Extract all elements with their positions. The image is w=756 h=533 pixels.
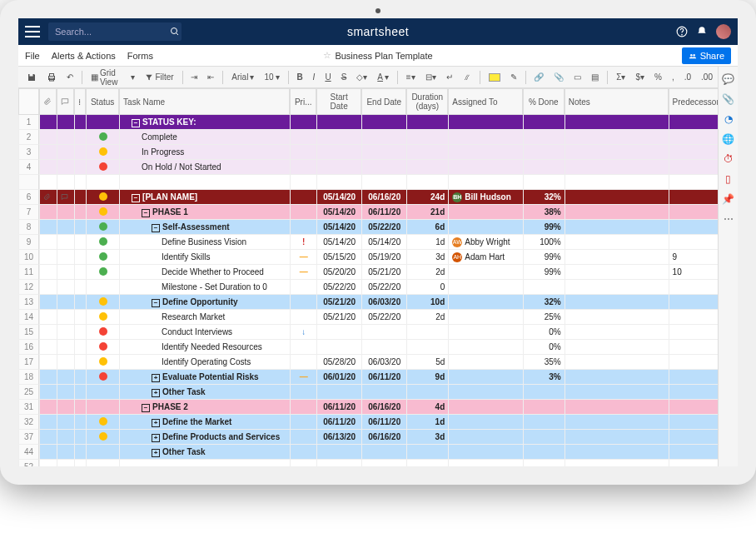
rail-attach-icon[interactable]: 📎 xyxy=(723,93,734,105)
start-cell: 06/11/20 xyxy=(316,400,361,415)
table-row[interactable]: 10Identify Skills—05/15/2005/19/203dAHAd… xyxy=(18,250,738,265)
pencil-icon[interactable]: ✎ xyxy=(507,71,520,83)
attach-tool-icon[interactable]: 📎 xyxy=(550,71,567,83)
menu-forms[interactable]: Forms xyxy=(127,51,153,61)
grid-area[interactable]: ⁞ Status Task Name Pri... Start Date End… xyxy=(18,88,738,466)
comment-cell xyxy=(57,115,74,130)
flag-cell xyxy=(74,400,87,415)
notes-cell xyxy=(565,250,669,265)
search-icon[interactable] xyxy=(170,26,180,37)
inc-icon[interactable]: .00 xyxy=(698,71,716,83)
attach-cell xyxy=(39,130,57,145)
table-row[interactable]: 25+Other Task xyxy=(18,385,738,400)
print-icon[interactable] xyxy=(43,71,60,84)
attach-cell xyxy=(39,160,57,175)
assigned-cell xyxy=(448,415,523,430)
rail-form-icon[interactable]: ▯ xyxy=(723,173,734,185)
link-icon[interactable]: 🔗 xyxy=(530,71,547,83)
table-row[interactable]: 1−STATUS KEY: xyxy=(18,115,738,130)
assigned-cell: BHBill Hudson xyxy=(448,190,523,205)
user-avatar[interactable] xyxy=(716,24,731,39)
table-row[interactable]: 8−Self-Assessment05/14/2005/22/206d99% xyxy=(18,220,738,235)
search-input[interactable] xyxy=(55,27,170,37)
percent-icon[interactable]: % xyxy=(651,71,665,83)
textcolor-icon[interactable]: A▾ xyxy=(374,71,392,83)
flag-cell xyxy=(74,220,87,235)
fillcolor-icon[interactable]: ◇▾ xyxy=(353,71,371,83)
table-row[interactable]: 18+Evaluate Potential Risks—06/01/2006/1… xyxy=(18,370,738,385)
status-cell xyxy=(86,280,119,295)
font-dropdown[interactable]: Arial ▾ xyxy=(228,71,257,83)
rail-more-icon[interactable]: ⋯ xyxy=(723,213,734,225)
bell-icon[interactable] xyxy=(696,26,708,37)
sum-icon[interactable]: Σ▾ xyxy=(613,71,629,83)
align-icon[interactable]: ≡▾ xyxy=(403,71,419,83)
table-row[interactable]: 3In Progress xyxy=(18,145,738,160)
table-row[interactable]: 37+Define Products and Services06/13/200… xyxy=(18,430,738,445)
priority-cell xyxy=(290,460,316,466)
image-icon[interactable]: ▭ xyxy=(570,71,584,83)
table-row[interactable]: 16Identify Needed Resources0% xyxy=(18,340,738,355)
end-cell: 05/19/20 xyxy=(361,250,406,265)
priority-cell: ↓ xyxy=(290,325,316,340)
start-cell xyxy=(316,460,361,466)
done-cell xyxy=(523,175,565,190)
table-row[interactable]: 13−Define Opportunity05/21/2006/03/2010d… xyxy=(18,295,738,310)
bold-icon[interactable]: B xyxy=(293,71,306,83)
flag-cell xyxy=(74,145,87,160)
table-row[interactable] xyxy=(18,175,738,190)
menu-icon[interactable] xyxy=(25,26,40,37)
table-row[interactable]: 6−[PLAN NAME]05/14/2006/16/2024dBHBill H… xyxy=(18,190,738,205)
rail-pin-icon[interactable]: 📌 xyxy=(723,193,734,205)
fontsize-dropdown[interactable]: 10 ▾ xyxy=(261,71,282,83)
table-row[interactable]: 31−PHASE 206/11/2006/16/204d xyxy=(18,400,738,415)
rail-proof-icon[interactable]: ◔ xyxy=(723,113,734,125)
table-row[interactable]: 7−PHASE 105/14/2006/11/2021d38% xyxy=(18,205,738,220)
rail-activity-icon[interactable]: ⏱ xyxy=(723,153,734,165)
table-row[interactable]: 44+Other Task xyxy=(18,445,738,460)
start-cell xyxy=(316,445,361,460)
table-row[interactable]: 4On Hold / Not Started xyxy=(18,160,738,175)
underline-icon[interactable]: U xyxy=(321,71,334,83)
comma-icon[interactable]: , xyxy=(669,71,678,83)
valign-icon[interactable]: ⊟▾ xyxy=(422,71,440,83)
filter-button[interactable]: Filter xyxy=(142,71,177,83)
outdent-icon[interactable]: ⇤ xyxy=(204,71,217,83)
table-row[interactable]: 2Complete xyxy=(18,130,738,145)
strike-icon[interactable]: S xyxy=(338,71,351,83)
indent-icon[interactable]: ⇥ xyxy=(187,71,201,83)
highlight-swatch[interactable] xyxy=(485,72,504,83)
gridview-dropdown[interactable]: ▦ Grid View ▾ xyxy=(87,67,139,88)
table-row[interactable]: 15Conduct Interviews↓0% xyxy=(18,325,738,340)
dec-icon[interactable]: .0 xyxy=(681,71,694,83)
rail-globe-icon[interactable]: 🌐 xyxy=(723,133,734,145)
menu-alerts[interactable]: Alerts & Actions xyxy=(52,51,116,61)
search-box[interactable] xyxy=(48,22,182,41)
table-row[interactable]: 12Milestone - Set Duration to 005/22/200… xyxy=(18,280,738,295)
wrap-icon[interactable]: ↵ xyxy=(443,71,456,83)
save-icon[interactable] xyxy=(23,71,40,84)
flag-cell xyxy=(74,235,87,250)
share-button[interactable]: Share xyxy=(682,47,731,64)
notes-cell xyxy=(565,445,669,460)
duration-cell: 3d xyxy=(406,250,448,265)
italic-icon[interactable]: I xyxy=(310,71,319,83)
table-row[interactable]: 9Define Business Vision!05/14/2005/14/20… xyxy=(18,235,738,250)
start-cell: 05/14/20 xyxy=(316,190,361,205)
duration-cell: 6d xyxy=(406,220,448,235)
chart-icon[interactable]: ▤ xyxy=(588,71,602,83)
table-row[interactable]: 17Identify Operating Costs05/28/2006/03/… xyxy=(18,355,738,370)
attach-cell xyxy=(39,445,57,460)
table-row[interactable]: 14Research Market05/21/2005/22/202d25% xyxy=(18,310,738,325)
currency-icon[interactable]: $▾ xyxy=(633,71,649,83)
table-row[interactable]: 52 xyxy=(18,460,738,466)
help-icon[interactable] xyxy=(676,26,688,37)
format-icon[interactable]: ⫽ xyxy=(460,71,475,83)
undo-icon[interactable]: ↶ xyxy=(63,71,77,83)
assigned-cell xyxy=(448,430,523,445)
menu-file[interactable]: File xyxy=(25,51,40,61)
table-row[interactable]: 32+Define the Market06/11/2006/11/201d xyxy=(18,415,738,430)
duration-cell xyxy=(406,325,448,340)
rail-comment-icon[interactable]: 💬 xyxy=(723,73,734,85)
table-row[interactable]: 11Decide Whether to Proceed—05/20/2005/2… xyxy=(18,265,738,280)
